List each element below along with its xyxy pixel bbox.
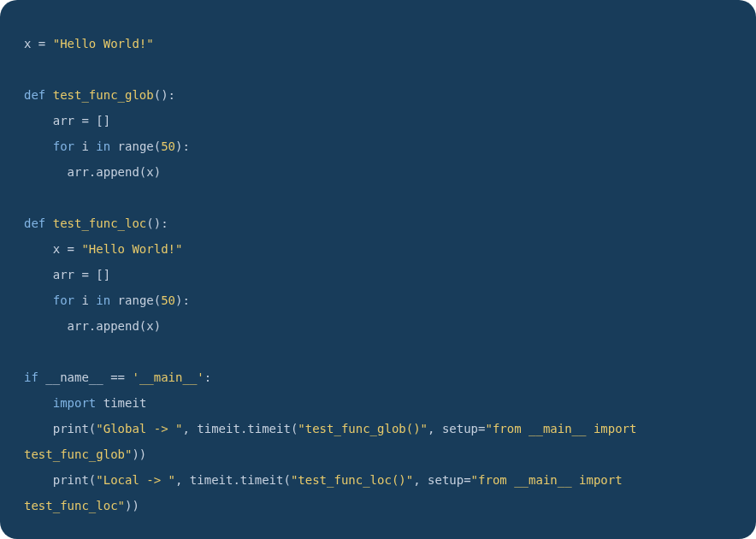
code-token: ): [175,139,190,153]
indent [24,114,53,127]
code-token: test_func_loc [53,216,147,230]
code-line: arr = [] [24,108,732,133]
code-token: range( [118,139,162,153]
code-line: x = "Hello World!" [24,236,732,262]
indent [24,473,53,487]
code-token: x [53,242,68,256]
code-token: def [24,216,53,230]
code-line: x = "Hello World!" [24,31,732,56]
code-token: )) [125,499,139,512]
code-token: 50 [161,139,175,153]
code-line: import timeit [24,390,732,416]
code-token: = [38,37,53,50]
code-token: "Global -> " [96,422,182,435]
code-token: "test_func_loc()" [291,473,413,487]
code-token: , setup= [428,422,485,435]
code-token: , setup= [413,473,470,487]
code-token: for [53,139,82,153]
indent [24,165,53,179]
code-token: arr [53,268,82,281]
code-token: "test_func_glob()" [298,422,428,435]
code-token: 50 [161,293,175,307]
indent [24,293,53,307]
code-token: arr.append(x) [53,319,161,333]
code-token: in [96,293,117,307]
code-token: import [53,396,103,410]
code-line [24,339,732,364]
code-token: )) [132,447,146,461]
code-token: in [96,139,117,153]
code-token: [] [96,268,110,281]
code-token: = [81,114,96,127]
code-token: test_func_glob [53,88,154,102]
code-line: arr = [] [24,262,732,287]
code-line: def test_func_glob(): [24,82,732,108]
code-line [24,56,732,82]
code-token: = [68,242,82,256]
code-token: "Local -> " [96,473,175,487]
code-block: x = "Hello World!" def test_func_glob():… [0,0,756,539]
code-token: [] [96,114,110,127]
indent [24,319,53,333]
indent [24,396,53,410]
code-line: def test_func_loc(): [24,210,732,236]
code-token: range( [118,293,162,307]
code-token: print( [53,473,97,487]
code-token: print( [53,422,97,435]
indent [24,242,53,256]
code-token: i [81,293,96,307]
indent [24,422,53,435]
code-line: if __name__ == '__main__': [24,364,732,390]
indent [24,268,53,281]
code-token: : [204,370,211,384]
code-line [24,185,732,210]
code-content: x = "Hello World!" def test_func_glob():… [24,31,732,518]
code-token: == [110,370,132,384]
code-token: __name__ [45,370,110,384]
code-token: ): [175,293,190,307]
code-token: "Hello World!" [53,37,154,50]
code-token: = [81,268,96,281]
code-token: def [24,88,53,102]
code-token: timeit [103,396,147,410]
code-token: , timeit.timeit( [175,473,291,487]
code-token: "Hello World!" [81,242,182,256]
code-line: for i in range(50): [24,133,732,159]
code-line: print("Local -> ", timeit.timeit("test_f… [24,467,732,518]
code-line: print("Global -> ", timeit.timeit("test_… [24,416,732,467]
code-line: arr.append(x) [24,313,732,339]
code-token: x [24,37,38,50]
code-token: for [53,293,82,307]
code-token: (): [146,216,168,230]
code-token: if [24,370,45,384]
code-line: arr.append(x) [24,159,732,185]
code-token: arr.append(x) [53,165,161,179]
code-token: '__main__' [132,370,204,384]
code-token: (): [154,88,175,102]
indent [24,139,53,153]
code-token: arr [53,114,82,127]
code-token: i [81,139,96,153]
code-token: , timeit.timeit( [182,422,298,435]
code-line: for i in range(50): [24,287,732,313]
